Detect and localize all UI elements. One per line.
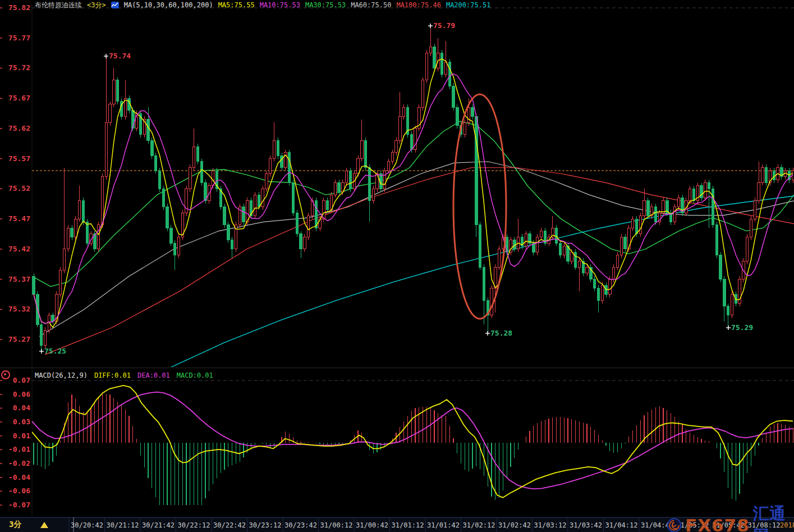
macd-value-label: MACD:0.01	[177, 372, 213, 379]
price-axis-label: 75.77	[0, 34, 30, 42]
candle-body	[223, 207, 226, 225]
candle-body	[483, 267, 485, 300]
candle-body	[571, 252, 573, 261]
macd-panel	[32, 386, 793, 505]
candle-body	[40, 324, 42, 346]
candle-body	[479, 225, 481, 267]
instrument-title: 布伦特原油连续	[35, 1, 82, 9]
candle-body	[597, 288, 599, 300]
candle-body	[361, 140, 363, 158]
candle-body	[75, 219, 77, 237]
price-axis-label: 75.32	[0, 305, 30, 313]
ma-legend-item: MA5:75.55	[218, 1, 255, 9]
candle-body	[647, 201, 649, 216]
candle-body	[765, 168, 767, 183]
candle-body	[463, 122, 466, 134]
candle-body	[116, 80, 118, 102]
time-axis-label: 31/00:12	[317, 521, 356, 529]
price-mark-label: 75.25	[44, 347, 66, 355]
candle-body	[109, 104, 111, 122]
candle-body	[59, 270, 61, 294]
candle-body	[673, 207, 676, 222]
price-axis-label: 75.72	[0, 63, 30, 72]
candle-body	[456, 107, 458, 125]
candle-body	[662, 201, 664, 213]
ma-legend-item: MA60:75.50	[351, 1, 391, 9]
candle-body	[609, 279, 611, 295]
chart-icon[interactable]	[111, 2, 119, 8]
period-dropdown-icon[interactable]	[40, 522, 48, 528]
period-tag: <3分>	[87, 1, 106, 9]
candle-body	[44, 331, 46, 346]
price-axis-label: 75.52	[0, 184, 30, 192]
ma-params-label: MA(5,10,30,60,100,200)	[124, 1, 213, 9]
candle-body	[399, 116, 401, 140]
candle-body	[63, 249, 65, 270]
candle-body	[712, 189, 714, 224]
ma-legend-item: MA10:75.53	[260, 1, 300, 9]
candle-body	[578, 261, 580, 267]
candle-body	[433, 47, 435, 68]
time-axis-label: 31/01:12	[388, 521, 428, 529]
candle-body	[704, 183, 706, 198]
candle-body	[444, 62, 447, 74]
trading-terminal: 布伦特原油连续 <3分> MA(5,10,30,60,100,200) MA5:…	[0, 0, 794, 532]
candle-body	[391, 153, 393, 162]
ma-line-ma100	[45, 168, 794, 355]
candle-body	[559, 243, 561, 255]
candle-body	[758, 183, 760, 201]
macd-axis-label: 0.04	[0, 403, 30, 412]
candle-body	[586, 267, 588, 273]
macd-axis-label: 0.01	[0, 432, 30, 440]
candle-body	[349, 171, 351, 189]
candle-body	[265, 173, 268, 189]
candle-body	[189, 168, 191, 189]
price-axis-label: 75.62	[0, 124, 30, 132]
price-axis-label: 75.27	[0, 335, 30, 343]
ma-legend-item: MA200:75.51	[446, 1, 490, 9]
macd-panel-icon[interactable]	[1, 370, 10, 379]
candle-body	[761, 168, 764, 183]
candle-body	[368, 168, 370, 201]
candle-body	[754, 201, 756, 219]
candle-body	[643, 201, 645, 216]
price-axis-label: 75.42	[0, 245, 30, 253]
candle-body	[471, 107, 474, 116]
candle-body	[654, 207, 657, 222]
candle-body	[387, 162, 389, 171]
candle-body	[692, 189, 695, 200]
candle-body	[402, 107, 405, 116]
candle-body	[536, 237, 538, 252]
candle-body	[281, 155, 283, 167]
ma-legend-item: MA100:75.46	[396, 1, 440, 9]
chart-canvas[interactable]	[0, 0, 794, 532]
time-axis-label: 31/02:12	[460, 521, 499, 529]
candle-body	[723, 279, 726, 306]
price-axis-label: 75.47	[0, 214, 30, 223]
ma-line-ma5	[34, 59, 793, 327]
period-selector[interactable]: 3分	[0, 517, 73, 532]
time-axis-label: 30/23:12	[246, 521, 285, 529]
candle-body	[105, 122, 107, 177]
main-panel	[32, 26, 794, 368]
candle-body	[364, 140, 366, 167]
macd-axis-label: -0.04	[0, 473, 30, 481]
candle-body	[173, 243, 176, 255]
candle-body	[372, 189, 374, 200]
price-axis-label: 75.82	[0, 3, 30, 12]
period-label[interactable]: 3分	[9, 520, 21, 530]
candle-body	[689, 189, 691, 200]
candle-body	[448, 62, 451, 86]
dea-value-label: DEA:0.01	[137, 372, 170, 379]
candle-body	[746, 237, 748, 261]
price-mark-label: 75.29	[731, 323, 753, 332]
candle-body	[192, 146, 195, 168]
macd-axis-label: -0.02	[0, 459, 30, 467]
candle-body	[719, 255, 722, 279]
candle-body	[113, 80, 115, 104]
candle-body	[231, 240, 233, 249]
candle-body	[338, 183, 340, 192]
candle-body	[162, 189, 164, 207]
candle-body	[421, 80, 424, 107]
candle-body	[269, 159, 271, 174]
